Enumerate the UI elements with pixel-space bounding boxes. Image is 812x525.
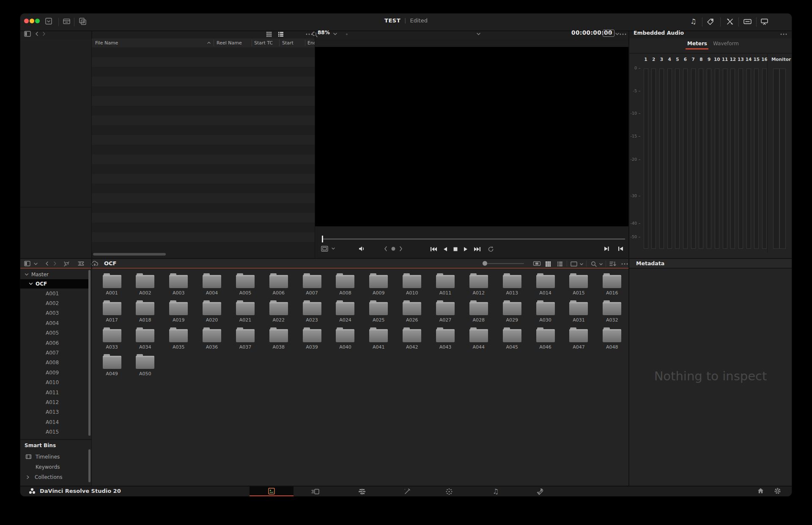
folder-item[interactable]: A015: [562, 272, 595, 297]
folder-item[interactable]: A023: [295, 300, 329, 324]
viewer-zoom-chevron-icon[interactable]: [333, 32, 337, 36]
forward-icon[interactable]: [41, 31, 47, 36]
tab-waveform[interactable]: Waveform: [713, 41, 739, 47]
match-frame-out-button[interactable]: [617, 246, 624, 252]
folder-item[interactable]: A038: [262, 327, 295, 351]
tree-bin-item[interactable]: A009: [20, 368, 90, 377]
sidebar-scrollbar[interactable]: [88, 270, 91, 436]
folder-item[interactable]: A045: [495, 327, 529, 351]
bin-back-icon[interactable]: [44, 261, 49, 266]
clip-menu-chevron-icon[interactable]: [476, 32, 481, 36]
folder-item[interactable]: A021: [228, 300, 262, 324]
sort-order-icon[interactable]: [609, 261, 617, 267]
tree-bin-item[interactable]: A010: [20, 378, 90, 388]
jog-control[interactable]: [384, 246, 403, 252]
viewer-video-area[interactable]: [315, 47, 628, 226]
folder-item[interactable]: A025: [362, 300, 395, 324]
column-reel-name[interactable]: Reel Name: [217, 40, 242, 46]
tree-bin-item[interactable]: A011: [20, 388, 90, 397]
folder-item[interactable]: A029: [495, 300, 529, 324]
last-frame-button[interactable]: [474, 246, 481, 252]
audio-panel-options-icon[interactable]: [780, 33, 787, 36]
smartbins-scrollbar[interactable]: [88, 449, 91, 482]
tab-meters[interactable]: Meters: [687, 41, 707, 47]
page-tab-deliver[interactable]: [532, 487, 549, 496]
smart-bin-timelines[interactable]: Timelines: [20, 452, 90, 462]
folder-item[interactable]: A018: [129, 300, 162, 324]
page-tab-color[interactable]: [441, 487, 458, 496]
match-frame-in-button[interactable]: [603, 246, 610, 252]
tree-bin-item[interactable]: A002: [20, 298, 90, 308]
tools-icon[interactable]: [726, 17, 734, 26]
keyboard-icon[interactable]: [743, 18, 752, 25]
column-start[interactable]: Start: [282, 40, 294, 46]
page-tab-fusion[interactable]: [399, 487, 416, 496]
metadata-view-icon[interactable]: [570, 261, 578, 267]
folder-item[interactable]: A022: [262, 300, 295, 324]
tree-bin-item[interactable]: A005: [20, 328, 90, 338]
folder-item[interactable]: A033: [95, 327, 129, 351]
tree-bin-item[interactable]: A003: [20, 308, 90, 318]
bin-forward-icon[interactable]: [52, 261, 58, 266]
folder-item[interactable]: A019: [162, 300, 195, 324]
external-monitor-icon[interactable]: [760, 17, 769, 26]
flags-icon[interactable]: [77, 261, 85, 267]
folder-item[interactable]: A039: [295, 327, 329, 351]
bin-grid-view-icon[interactable]: [545, 261, 551, 267]
tree-bin-item[interactable]: A001: [20, 289, 90, 298]
folder-item[interactable]: A044: [462, 327, 495, 351]
thumbnail-view-icon[interactable]: [266, 31, 272, 38]
back-icon[interactable]: [34, 31, 39, 36]
folder-item[interactable]: A042: [395, 327, 429, 351]
folder-item[interactable]: A024: [329, 300, 362, 324]
settings-gear-icon[interactable]: [774, 487, 781, 495]
bin-search-chevron-icon[interactable]: [599, 263, 603, 266]
page-tab-cut[interactable]: [307, 487, 324, 496]
tree-bin-item[interactable]: A014: [20, 417, 90, 427]
tree-bin-item[interactable]: A006: [20, 338, 90, 348]
loop-playback-button[interactable]: [487, 246, 494, 253]
folder-item[interactable]: A017: [95, 300, 129, 324]
folder-item[interactable]: A031: [562, 300, 595, 324]
audio-volume-icon[interactable]: [358, 245, 365, 253]
folder-item[interactable]: A007: [295, 272, 329, 297]
tree-bin-item[interactable]: A015: [20, 427, 90, 437]
stop-button[interactable]: [453, 246, 458, 252]
playback-quality-badge[interactable]: HQ: [603, 30, 614, 37]
folder-item[interactable]: A049: [95, 353, 129, 378]
folder-item[interactable]: A002: [129, 272, 162, 297]
folder-item[interactable]: A014: [529, 272, 562, 297]
tree-bin-item[interactable]: A012: [20, 397, 90, 407]
folder-item[interactable]: A008: [329, 272, 362, 297]
folder-item[interactable]: A047: [562, 327, 595, 351]
folder-item[interactable]: A028: [462, 300, 495, 324]
play-button[interactable]: [463, 246, 469, 252]
list-view-icon[interactable]: [277, 31, 284, 38]
folder-item[interactable]: A016: [595, 272, 629, 297]
viewer-zoom-select[interactable]: 88%: [318, 30, 333, 36]
clip-display-chevron-icon[interactable]: [331, 247, 335, 250]
tree-bin-item[interactable]: A004: [20, 318, 90, 328]
storage-panel-toggle-icon[interactable]: [24, 30, 31, 38]
home-icon[interactable]: [757, 487, 764, 494]
column-file-name[interactable]: File Name: [95, 40, 118, 46]
folder-item[interactable]: A037: [228, 327, 262, 351]
bin-search-icon[interactable]: [590, 261, 597, 267]
smart-bin-collections[interactable]: Collections: [20, 472, 90, 482]
first-frame-button[interactable]: [430, 246, 437, 252]
viewer-playhead[interactable]: [322, 236, 323, 242]
folder-item[interactable]: A048: [595, 327, 629, 351]
folder-item[interactable]: A032: [595, 300, 629, 324]
viewer-scrubber[interactable]: [322, 239, 625, 239]
folder-item[interactable]: A041: [362, 327, 395, 351]
filmstrip-view-icon[interactable]: [533, 261, 541, 267]
folder-item[interactable]: A043: [429, 327, 462, 351]
tree-bin-item[interactable]: A007: [20, 348, 90, 357]
tree-bin-item[interactable]: A008: [20, 358, 90, 368]
folder-item[interactable]: A012: [462, 272, 495, 297]
folder-item[interactable]: A050: [129, 353, 162, 378]
folder-item[interactable]: A013: [495, 272, 529, 297]
folder-item[interactable]: A036: [195, 327, 229, 351]
bin-options-icon[interactable]: [621, 262, 628, 266]
page-tab-edit[interactable]: [354, 487, 370, 496]
